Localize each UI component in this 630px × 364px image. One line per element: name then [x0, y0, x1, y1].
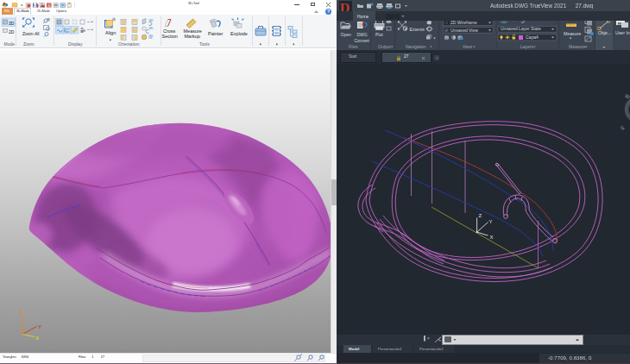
svg-text:Measure: Measure: [569, 44, 586, 49]
svg-text:W: W: [624, 93, 630, 100]
svg-text:Z: Z: [20, 310, 23, 315]
svg-text:Z: Z: [479, 213, 482, 218]
svg-text:Convert: Convert: [355, 38, 370, 43]
svg-text:Tools: Tools: [199, 41, 210, 47]
svg-text:2D: 2D: [9, 29, 15, 35]
svg-text:3D: 3D: [9, 21, 15, 26]
svg-text:DWG: DWG: [357, 32, 368, 37]
svg-text:Orientation: Orientation: [118, 41, 140, 47]
svg-text:Markup: Markup: [185, 34, 200, 39]
svg-text:Section: Section: [162, 34, 178, 39]
svg-text:Align: Align: [105, 30, 116, 35]
svg-text:Y: Y: [489, 219, 493, 224]
svg-text:Measure: Measure: [564, 31, 581, 36]
svg-text:Display: Display: [68, 41, 83, 47]
svg-text:2D Wireframe: 2D Wireframe: [450, 21, 477, 25]
svg-text:180: 180: [148, 27, 154, 30]
svg-text:Layers: Layers: [520, 44, 534, 49]
svg-text:Navigation: Navigation: [406, 44, 426, 49]
svg-text:Capa4: Capa4: [526, 35, 539, 40]
svg-text:▮▮: ▮▮: [618, 22, 621, 25]
svg-text:Painter: Painter: [208, 31, 224, 36]
svg-text:Extents: Extents: [410, 27, 425, 32]
svg-text:Plot: Plot: [375, 32, 383, 37]
svg-text:Zoom: Zoom: [23, 41, 35, 47]
svg-text:180: 180: [148, 35, 154, 38]
svg-text:X: X: [490, 235, 494, 240]
svg-text:S: S: [620, 125, 625, 131]
svg-text:Mode: Mode: [4, 41, 16, 47]
svg-text:User Int: User Int: [615, 30, 630, 35]
svg-text:Unsaved Layer State: Unsaved Layer State: [501, 26, 541, 31]
svg-text:Obje...: Obje...: [598, 30, 611, 35]
svg-text:Output: Output: [378, 44, 392, 49]
svg-text:180: 180: [148, 19, 154, 22]
svg-text:View: View: [463, 44, 472, 49]
svg-text:Y: Y: [38, 324, 41, 329]
svg-text:X: X: [35, 336, 39, 341]
svg-text:Unsaved View: Unsaved View: [450, 28, 478, 33]
svg-text:Explode: Explode: [230, 31, 248, 36]
svg-text:Files: Files: [349, 44, 358, 49]
svg-text:Open: Open: [341, 32, 351, 37]
svg-text:Zoom All: Zoom All: [22, 31, 39, 36]
